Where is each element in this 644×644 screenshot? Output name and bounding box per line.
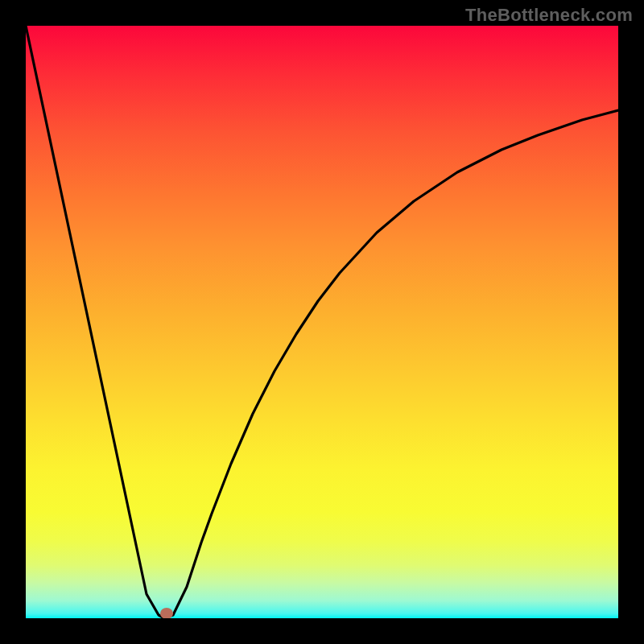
frame: TheBottleneck.com — [0, 0, 644, 644]
watermark-text: TheBottleneck.com — [465, 5, 633, 26]
plot-area — [26, 26, 618, 618]
chart-svg — [26, 26, 618, 618]
bottleneck-curve — [26, 26, 618, 618]
marker-dot — [160, 608, 173, 618]
